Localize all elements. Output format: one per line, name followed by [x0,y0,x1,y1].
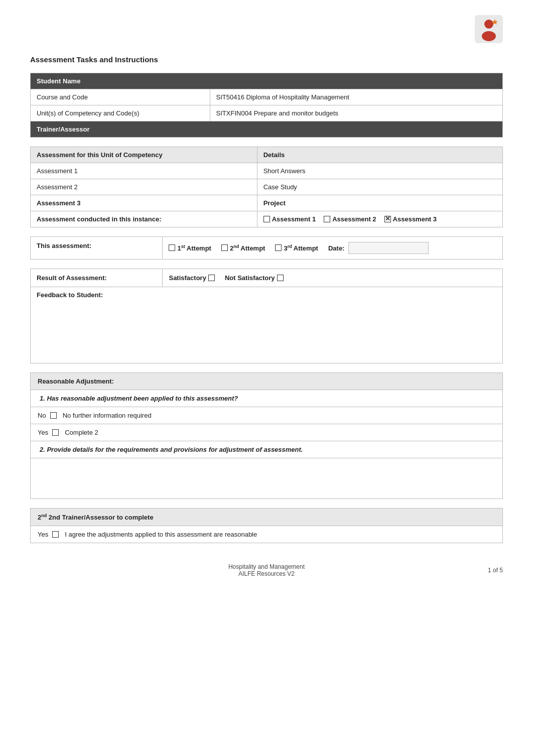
conducted-label: Assessment conducted in this instance: [31,211,257,227]
assessment1-check-label: Assessment 1 [272,215,316,223]
second-trainer-agree-item: Yes I agree the adjustments applied to t… [38,531,495,538]
yes-checkbox[interactable] [52,429,59,436]
assessment3-detail: Project [257,195,502,211]
assessment3-label: Assessment 3 [31,195,257,211]
attempt1-check-item: 1st Attempt [169,244,211,252]
attempt1-label: 1st Attempt [177,244,211,252]
attempt-row: This assessment: 1st Attempt 2nd Attempt… [31,237,503,260]
footer-line1: Hospitality and Management [228,563,305,570]
reasonable-adjustment-header: Reasonable Adjustment: [31,373,502,390]
this-assessment-label: This assessment: [31,237,163,260]
reasonable-adjustment-section: Reasonable Adjustment: 1. Has reasonable… [30,372,503,499]
no-option-row: No No further information required [31,407,502,424]
feedback-label: Feedback to Student: [37,291,103,299]
conducted-row: Assessment conducted in this instance: A… [31,211,503,227]
footer: Hospitality and Management AILFE Resourc… [30,563,503,577]
result-checks-cell: Satisfactory Not Satisfactory [163,269,503,287]
assessment3-check-item: Assessment 3 [384,215,437,223]
question1: 1. Has reasonable adjustment been applie… [38,395,238,402]
attempt3-check-item: 3rd Attempt [275,244,318,252]
course-code-row: Course and Code SIT50416 Diploma of Hosp… [31,89,503,105]
yes-option-row: Yes Complete 2 [31,424,502,441]
student-info-table: Student Name Course and Code SIT50416 Di… [30,73,503,138]
footer-center: Hospitality and Management AILFE Resourc… [228,563,305,577]
question2: 2. Provide details for the requirements … [38,446,303,453]
course-label: Course and Code [31,89,210,105]
assessment2-check-item: Assessment 2 [324,215,376,223]
svg-point-1 [484,20,493,29]
attempt1-checkbox[interactable] [169,244,175,251]
unit-value: SITXFIN004 Prepare and monitor budgets [210,105,502,121]
assessment-table: Assessment for this Unit of Competency D… [30,147,503,227]
question2-row: 2. Provide details for the requirements … [31,441,502,458]
yes-check-item: Yes Complete 2 [38,429,495,436]
attempt-checks-cell: 1st Attempt 2nd Attempt 3rd Attempt Date… [163,237,503,260]
second-trainer-header-text: 2nd 2nd Trainer/Assessor to complete [38,514,154,521]
assessment3-row: Assessment 3 Project [31,195,503,211]
unit-label: Unit(s) of Competency and Code(s) [31,105,210,121]
agree-text: I agree the adjustments applied to this … [65,531,257,538]
footer-page: 1 of 5 [488,567,503,574]
unit-competency-row: Unit(s) of Competency and Code(s) SITXFI… [31,105,503,121]
assessment2-check-label: Assessment 2 [332,215,376,223]
conducted-checks: Assessment 1 Assessment 2 Assessment 3 [263,215,496,223]
assessment2-label: Assessment 2 [31,179,257,195]
assessment-col1-header: Assessment for this Unit of Competency [31,147,257,163]
page-title: Assessment Tasks and Instructions [30,55,158,64]
not-satisfactory-check-item: Not Satisfactory [225,274,284,282]
date-label: Date: [328,244,345,252]
result-row: Result of Assessment: Satisfactory Not S… [31,269,503,287]
assessment3-checkbox[interactable] [384,216,391,222]
result-of-assessment-label: Result of Assessment: [31,269,163,287]
attempt2-checkbox[interactable] [221,244,228,251]
trainer-label: Trainer/Assessor [31,121,503,138]
attempt2-label: 2nd Attempt [230,244,265,252]
result-feedback-table: Result of Assessment: Satisfactory Not S… [30,269,503,363]
question1-row: 1. Has reasonable adjustment been applie… [31,390,502,407]
satisfactory-checkbox[interactable] [208,275,215,281]
agree-yes-label: Yes [38,531,48,538]
assessment1-row: Assessment 1 Short Answers [31,163,503,179]
assessment2-row: Assessment 2 Case Study [31,179,503,195]
assessment-col2-header: Details [257,147,502,163]
svg-point-2 [482,31,496,41]
yes-option-detail: Complete 2 [65,429,98,436]
logo [475,15,503,45]
no-option-detail: No further information required [63,412,152,419]
second-trainer-section: 2nd 2nd Trainer/Assessor to complete Yes… [30,508,503,543]
attempt3-label: 3rd Attempt [284,244,318,252]
second-trainer-agree-row: Yes I agree the adjustments applied to t… [31,526,502,543]
no-checkbox[interactable] [50,412,57,419]
satisfactory-check-item: Satisfactory [169,274,214,282]
assessment3-check-label: Assessment 3 [393,215,437,223]
adjustment-details-area [31,458,502,498]
page-header: Assessment Tasks and Instructions [30,15,503,64]
attempt-table: This assessment: 1st Attempt 2nd Attempt… [30,236,503,260]
satisfactory-label: Satisfactory [169,274,206,282]
assessment1-label: Assessment 1 [31,163,257,179]
attempt2-check-item: 2nd Attempt [221,244,265,252]
attempt3-checkbox[interactable] [275,244,282,251]
no-option-label: No [38,412,46,419]
trainer-row: Trainer/Assessor [31,121,503,138]
assessment1-detail: Short Answers [257,163,502,179]
not-satisfactory-checkbox[interactable] [277,275,284,281]
feedback-cell: Feedback to Student: [31,287,503,363]
student-name-row: Student Name [31,73,503,89]
conducted-checks-cell: Assessment 1 Assessment 2 Assessment 3 [257,211,502,227]
assessment1-checkbox[interactable] [263,216,270,222]
student-name-label: Student Name [31,73,503,89]
second-trainer-header: 2nd 2nd Trainer/Assessor to complete [31,509,502,526]
not-satisfactory-label: Not Satisfactory [225,274,275,282]
date-input-box[interactable] [348,242,429,254]
assessment1-check-item: Assessment 1 [263,215,316,223]
no-check-item: No No further information required [38,412,495,419]
result-items: Satisfactory Not Satisfactory [169,274,496,282]
assessment2-checkbox[interactable] [324,216,330,222]
assessment-header-row: Assessment for this Unit of Competency D… [31,147,503,163]
feedback-row: Feedback to Student: [31,287,503,363]
agree-checkbox[interactable] [52,531,59,538]
footer-line2: AILFE Resources V2 [228,570,305,577]
assessment2-detail: Case Study [257,179,502,195]
date-field: Date: [328,242,429,254]
